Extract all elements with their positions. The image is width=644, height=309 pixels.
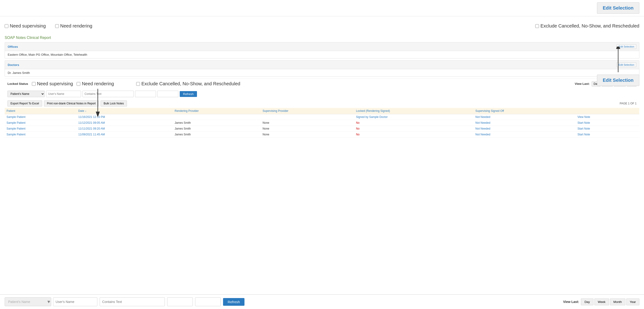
offices-header: Offices Edit Selection <box>5 43 639 51</box>
top-edit-bar: Edit Selection <box>0 0 644 16</box>
supervising-provider-cell: None <box>261 126 354 132</box>
print-notes-button[interactable]: Print non-blank Clinical Notes in Report <box>44 100 99 107</box>
locked-exclude-label: Exclude Cancelled, No-Show, and Reschedu… <box>136 81 240 87</box>
patient-cell[interactable]: Sample Patient <box>5 120 76 126</box>
doctors-panel: Doctors Edit Selection Dr. James Smith <box>5 60 639 77</box>
table-row: Sample Patient11/11/2021 09:20 AMJames S… <box>5 126 639 132</box>
view-last-label: View Last: <box>575 82 590 86</box>
col-patient: Patient <box>5 108 76 114</box>
supervising-provider-cell: None <box>261 132 354 138</box>
col-action2 <box>628 108 639 114</box>
exclude-cancelled-checkbox[interactable] <box>535 24 539 28</box>
top-edit-selection-button[interactable]: Edit Selection <box>597 2 639 14</box>
locked-cell: Signed by Sample Doctor <box>354 114 474 120</box>
date-cell: 11/11/2021 09:20 AM <box>76 126 173 132</box>
date-cell: 11/09/2021 11:45 AM <box>76 132 173 138</box>
empty-cell <box>628 114 639 120</box>
contains-text-input[interactable] <box>82 91 134 97</box>
patient-cell[interactable]: Sample Patient <box>5 126 76 132</box>
date-cell: 11/12/2021 09:05 AM <box>76 120 173 126</box>
locked-cell: No <box>354 120 474 126</box>
col-locked: Locked (Rendering Signed) <box>354 108 474 114</box>
supervising-signed-cell: Not Needed <box>474 114 576 120</box>
locked-cell: No <box>354 126 474 132</box>
col-action1 <box>576 108 628 114</box>
col-rendering: Rendering Provider <box>173 108 261 114</box>
soap-title: SOAP Notes Clinical Report <box>5 36 639 40</box>
col-signed-off: Supervising Signed Off <box>474 108 576 114</box>
page-info: PAGE 1 OF 1 <box>620 102 636 105</box>
offices-body: Eastern Office, Main PG Office, Mountain… <box>5 51 639 58</box>
need-rendering-label: Need rendering <box>55 23 92 29</box>
export-excel-button[interactable]: Export Report To Excel <box>8 100 42 107</box>
locked-need-supervising-label: Need supervising <box>32 81 73 87</box>
empty-cell <box>628 132 639 138</box>
table-row: Sample Patient11/09/2021 11:45 AMJames S… <box>5 132 639 138</box>
supervising-signed-cell: Not Needed <box>474 126 576 132</box>
doctors-header: Doctors Edit Selection <box>5 61 639 69</box>
table-body: Sample Patient11/16/2021 12:10 PMSigned … <box>5 114 639 138</box>
need-rendering-checkbox[interactable] <box>55 24 59 28</box>
rendering-provider-cell <box>173 114 261 120</box>
locked-exclude-checkbox[interactable] <box>136 82 140 86</box>
empty-cell <box>628 126 639 132</box>
locked-cell: No <box>354 132 474 138</box>
rendering-provider-cell: James Smith <box>173 132 261 138</box>
date-end-input[interactable]: 11/16/2021 <box>158 91 178 97</box>
locked-need-rendering-label: Need rendering <box>76 81 114 87</box>
action-cell[interactable]: View Note <box>576 114 628 120</box>
locked-status-row: Locked Status Need supervising Need rend… <box>5 79 639 89</box>
doctors-body: Dr. James Smith <box>5 69 639 76</box>
supervising-signed-cell: Not Needed <box>474 132 576 138</box>
action-cell[interactable]: Start Note <box>576 132 628 138</box>
down-arrow-icon <box>91 89 105 117</box>
rendering-provider-cell: James Smith <box>173 120 261 126</box>
supervising-signed-cell: Not Needed <box>474 120 576 126</box>
soap-section: SOAP Notes Clinical Report Offices Edit … <box>0 33 644 140</box>
user-name-input[interactable] <box>46 91 81 97</box>
right-edit-selection-button[interactable]: Edit Selection <box>597 75 639 86</box>
right-annotation-area: Edit Selection <box>597 47 639 86</box>
supervising-provider-cell <box>261 114 354 120</box>
refresh-button[interactable]: Refresh <box>180 91 197 97</box>
action-cell[interactable]: Start Note <box>576 126 628 132</box>
offices-panel: Offices Edit Selection Eastern Office, M… <box>5 42 639 59</box>
need-supervising-label: Need supervising <box>5 23 46 29</box>
col-supervising: Supervising Provider <box>261 108 354 114</box>
doctors-label: Doctors <box>8 63 19 67</box>
exclude-cancelled-label: Exclude Cancelled, No-Show, and Reschedu… <box>535 23 639 29</box>
patient-cell[interactable]: Sample Patient <box>5 132 76 138</box>
arrow-icon <box>609 47 628 75</box>
empty-cell <box>628 120 639 126</box>
locked-status-label: Locked Status <box>8 82 28 86</box>
rendering-provider-cell: James Smith <box>173 126 261 132</box>
locked-need-rendering-checkbox[interactable] <box>76 82 80 86</box>
offices-label: Offices <box>8 45 18 49</box>
checkboxes-row: Need supervising Need rendering Exclude … <box>0 16 644 33</box>
patient-cell[interactable]: Sample Patient <box>5 114 76 120</box>
supervising-provider-cell: None <box>261 120 354 126</box>
patient-name-select[interactable]: Patient's Name <box>8 91 45 97</box>
need-supervising-checkbox[interactable] <box>5 24 8 28</box>
locked-need-supervising-checkbox[interactable] <box>32 82 36 86</box>
action-cell[interactable]: Start Note <box>576 120 628 126</box>
table-row: Sample Patient11/12/2021 09:05 AMJames S… <box>5 120 639 126</box>
date-start-input[interactable]: 11/09/2021 <box>135 91 156 97</box>
